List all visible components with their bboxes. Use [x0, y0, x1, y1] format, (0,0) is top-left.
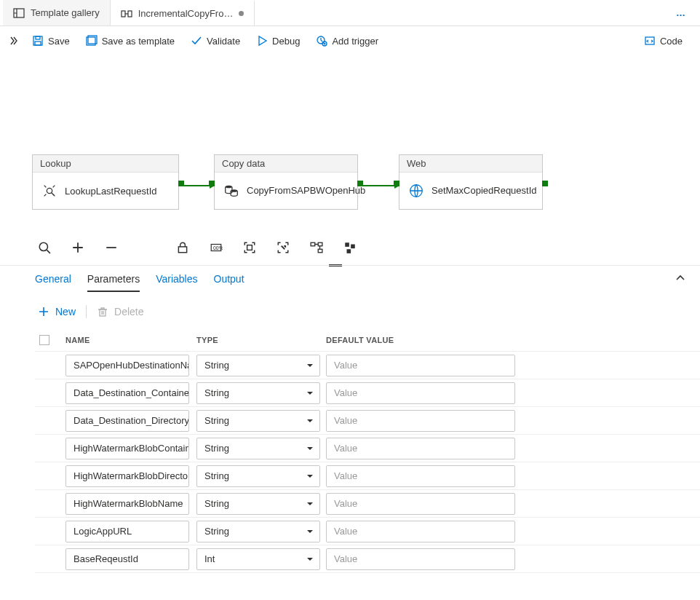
add-trigger-button[interactable]: Add trigger	[310, 32, 384, 50]
debug-button[interactable]: Debug	[250, 32, 306, 50]
parameters-table: Name Type Default value SAPOpenHubDestin…	[0, 325, 700, 573]
param-name-input[interactable]: SAPOpenHubDestinationNa	[65, 355, 189, 376]
param-default-input[interactable]: Value	[326, 493, 515, 515]
param-type-select[interactable]: String	[196, 465, 320, 487]
expand-sidebar-button[interactable]	[3, 36, 23, 45]
save-label: Save	[48, 36, 70, 47]
table-row: BaseReqeustIdIntValue	[35, 545, 700, 573]
tab-template-gallery[interactable]: Template gallery	[3, 0, 111, 25]
table-row: HighWatermarkBlobDirectoStringValue	[35, 462, 700, 490]
svg-rect-16	[178, 247, 186, 253]
svg-rect-25	[347, 249, 351, 253]
toolbar-row: Save Save as template Validate Debug Add…	[0, 26, 700, 55]
table-row: SAPOpenHubDestinationNaStringValue	[35, 352, 700, 379]
svg-rect-19	[247, 245, 252, 250]
param-default-input[interactable]: Value	[326, 382, 515, 404]
unsaved-dot-icon	[239, 11, 244, 16]
tab-pipeline[interactable]: IncrementalCopyFro…	[111, 0, 255, 25]
chevron-down-icon	[306, 549, 314, 569]
activity-node-web[interactable]: Web SetMaxCopiedRequestId	[399, 154, 543, 210]
activity-type-label: Lookup	[33, 155, 178, 173]
tab-output[interactable]: Output	[214, 273, 244, 292]
svg-rect-5	[35, 42, 41, 45]
svg-rect-21	[318, 242, 322, 246]
save-button[interactable]: Save	[26, 32, 76, 50]
new-parameter-label: New	[55, 306, 76, 317]
gallery-icon	[13, 7, 25, 19]
svg-rect-23	[345, 242, 349, 247]
param-type-select[interactable]: String	[196, 521, 320, 542]
lock-icon[interactable]	[176, 241, 189, 254]
connector-arrow[interactable]	[358, 185, 399, 186]
param-default-input[interactable]: Value	[326, 410, 515, 432]
tab-pipeline-label: IncrementalCopyFro…	[138, 8, 234, 19]
tab-general[interactable]: General	[35, 273, 71, 292]
table-header: Name Type Default value	[35, 328, 700, 352]
debug-label: Debug	[272, 36, 300, 47]
tab-variables[interactable]: Variables	[156, 273, 197, 292]
table-row: LogicAppURLStringValue	[35, 518, 700, 545]
param-type-select[interactable]: String	[196, 382, 320, 404]
activity-node-lookup[interactable]: Lookup LookupLastRequestId	[32, 154, 179, 210]
svg-rect-4	[36, 36, 40, 39]
param-type-select[interactable]: String	[196, 438, 320, 459]
chevron-down-icon	[306, 494, 314, 514]
node-output-port[interactable]	[542, 181, 548, 186]
fullscreen-icon[interactable]	[277, 241, 290, 254]
toolbar-right: Code	[638, 32, 700, 50]
validate-label: Validate	[207, 36, 240, 47]
layout-blocks-icon[interactable]	[343, 241, 357, 254]
pipeline-icon	[121, 8, 132, 20]
param-type-select[interactable]: String	[196, 355, 320, 376]
activity-title: LookupLastRequestId	[65, 186, 156, 197]
remove-activity-icon[interactable]	[105, 241, 118, 254]
web-icon	[408, 183, 424, 199]
pipeline-toolbar: Save Save as template Validate Debug Add…	[23, 32, 638, 50]
param-default-input[interactable]: Value	[326, 521, 515, 542]
param-default-input[interactable]: Value	[326, 465, 515, 487]
tab-bar-more[interactable]: …	[663, 7, 700, 18]
tab-parameters[interactable]: Parameters	[87, 273, 140, 292]
canvas-tool-strip: 00%	[0, 230, 700, 265]
zoom-icon[interactable]	[38, 241, 51, 254]
chevron-down-icon	[306, 438, 314, 459]
param-type-select[interactable]: String	[196, 493, 320, 515]
param-default-input[interactable]: Value	[326, 355, 515, 376]
add-trigger-label: Add trigger	[332, 36, 378, 47]
param-name-input[interactable]: HighWatermarkBlobName	[65, 493, 189, 515]
fit-screen-icon[interactable]	[243, 241, 256, 254]
param-name-input[interactable]: HighWatermarkBlobDirecto	[65, 465, 189, 487]
param-name-input[interactable]: Data_Destination_Directory	[65, 410, 189, 432]
code-button[interactable]: Code	[638, 32, 688, 50]
param-type-select[interactable]: Int	[196, 548, 320, 570]
collapse-details-button[interactable]	[675, 273, 685, 285]
table-row: Data_Destination_DirectoryStringValue	[35, 407, 700, 435]
auto-align-icon[interactable]	[310, 241, 323, 254]
add-activity-icon[interactable]	[71, 241, 84, 254]
validate-button[interactable]: Validate	[185, 32, 246, 50]
param-type-select[interactable]: String	[196, 410, 320, 432]
connector-arrow[interactable]	[179, 185, 214, 186]
new-parameter-button[interactable]: New	[38, 306, 76, 317]
param-default-input[interactable]: Value	[326, 438, 515, 459]
param-name-input[interactable]: LogicAppURL	[65, 521, 189, 542]
activity-type-label: Web	[399, 155, 542, 173]
select-all-checkbox[interactable]	[39, 335, 49, 345]
save-as-template-button[interactable]: Save as template	[80, 32, 180, 50]
chevron-down-icon	[306, 383, 314, 403]
param-name-input[interactable]: BaseReqeustId	[65, 548, 189, 570]
svg-rect-2	[128, 11, 132, 17]
zoom-percent-icon[interactable]: 00%	[210, 241, 223, 254]
activity-node-copy[interactable]: Copy data CopyFromSAPBWOpenHub	[214, 154, 358, 210]
svg-point-15	[39, 242, 47, 250]
param-name-input[interactable]: Data_Destination_Container	[65, 382, 189, 404]
param-default-input[interactable]: Value	[326, 548, 515, 570]
tab-template-gallery-label: Template gallery	[31, 7, 100, 18]
activity-title: SetMaxCopiedRequestId	[431, 185, 537, 197]
parameters-toolbar: New Delete	[0, 292, 700, 325]
table-row: Data_Destination_ContainerStringValue	[35, 379, 700, 407]
col-default: Default value	[326, 336, 521, 344]
param-name-input[interactable]: HighWatermarkBlobContain	[65, 438, 189, 459]
pipeline-canvas[interactable]: Lookup LookupLastRequestId Copy data Cop…	[0, 55, 700, 230]
divider	[86, 305, 87, 318]
